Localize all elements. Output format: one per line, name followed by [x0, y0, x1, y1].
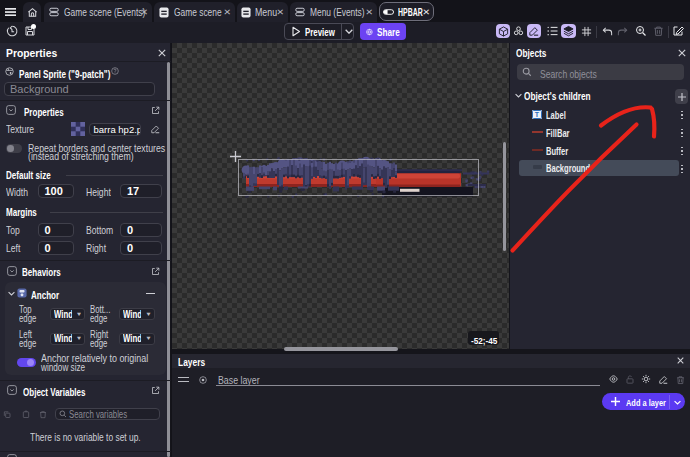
- svg-text:T: T: [534, 111, 539, 118]
